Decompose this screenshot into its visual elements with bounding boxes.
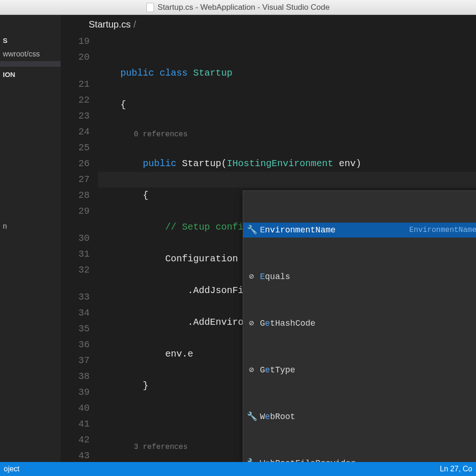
suggest-item-webrootfileprovider[interactable]: 🔧 WebRootFileProvider <box>243 456 476 462</box>
window-titlebar: Startup.cs - WebApplication - Visual Stu… <box>0 0 476 15</box>
breadcrumb-sep: / <box>133 19 136 30</box>
sidebar: S wwroot/css ION n <box>0 15 61 462</box>
sidebar-item-wwwroot[interactable]: wwroot/css <box>0 47 61 61</box>
wrench-icon: 🔧 <box>247 409 256 425</box>
editor-area: Startup.cs / 19 20 21 22 23 24 25 26 27 … <box>61 15 476 462</box>
wrench-icon: 🔧 <box>247 222 256 238</box>
sidebar-item-selected[interactable] <box>0 61 61 67</box>
status-cursor-position[interactable]: Ln 27, Co <box>440 465 472 473</box>
codelens-references[interactable]: 3 references <box>134 443 188 451</box>
wrench-icon: 🔧 <box>247 455 256 462</box>
suggest-item-gettype[interactable]: ⊘ GetType <box>243 363 476 378</box>
code-editor[interactable]: 19 20 21 22 23 24 25 26 27 28 29 30 31 3… <box>61 34 476 462</box>
file-icon <box>147 3 154 12</box>
line-gutter: 19 20 21 22 23 24 25 26 27 28 29 30 31 3… <box>61 34 98 462</box>
suggest-item-gethashcode[interactable]: ⊘ GetHashCode <box>243 316 476 331</box>
intellisense-popup[interactable]: 🔧 EnvironmentName EnvironmentName ⊘ Equa… <box>243 190 476 462</box>
sidebar-item-generic[interactable]: n <box>0 213 61 240</box>
tab-filename[interactable]: Startup.cs <box>89 19 131 30</box>
status-bar: oject Ln 27, Co <box>0 462 476 476</box>
sidebar-section-open-editors[interactable]: S <box>0 34 61 47</box>
suggest-item-environmentname[interactable]: 🔧 EnvironmentName EnvironmentName <box>243 223 476 238</box>
suggest-item-webroot[interactable]: 🔧 WebRoot <box>243 409 476 424</box>
method-icon: ⊘ <box>247 315 256 331</box>
method-icon: ⊘ <box>247 362 256 378</box>
suggest-item-equals[interactable]: ⊘ Equals <box>243 269 476 284</box>
status-project[interactable]: oject <box>4 465 20 473</box>
window-title: Startup.cs - WebApplication - Visual Stu… <box>158 3 330 12</box>
method-icon: ⊘ <box>247 269 256 285</box>
sidebar-section-explorer[interactable]: ION <box>0 67 61 82</box>
codelens-references[interactable]: 0 references <box>134 130 188 139</box>
breadcrumb: Startup.cs / <box>61 15 476 34</box>
code-content[interactable]: public class Startup { 0 references publ… <box>98 34 476 462</box>
